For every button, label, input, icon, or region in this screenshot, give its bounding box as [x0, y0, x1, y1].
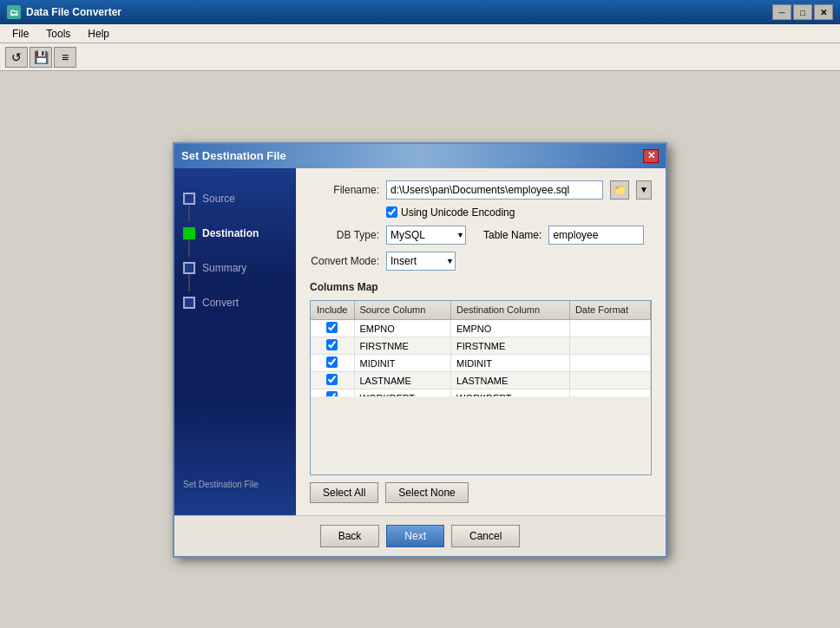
- menu-file[interactable]: File: [3, 26, 37, 42]
- convertmode-row: Convert Mode: Insert Update Replace ▼: [310, 252, 652, 271]
- table-row: MIDINIT MIDINIT: [311, 355, 651, 372]
- title-bar: 🗂 Data File Converter ─ □ ✕: [0, 0, 840, 24]
- row-date-2: [569, 355, 650, 372]
- dbtype-tablename-row: DB Type: MySQL PostgreSQL SQLite MS SQL …: [310, 226, 652, 245]
- filename-row: Filename: 📁 ▼: [310, 180, 652, 200]
- row-dest-1: FIRSTNME: [451, 337, 570, 355]
- row-date-1: [569, 337, 650, 355]
- select-buttons-row: Select All Select None: [310, 482, 652, 503]
- wizard-content: Filename: 📁 ▼ Using Unicode Encoding DB …: [296, 168, 666, 515]
- col-header-dest: Destination Column: [451, 301, 570, 320]
- col-header-include: Include: [311, 301, 354, 320]
- toolbar-save[interactable]: 💾: [30, 47, 52, 68]
- include-checkbox-0[interactable]: [326, 322, 338, 333]
- row-dest-2: MIDINIT: [451, 355, 570, 372]
- row-date-0: [569, 320, 650, 337]
- include-checkbox-1[interactable]: [326, 339, 338, 350]
- step-indicator-source: [183, 193, 195, 205]
- select-all-button[interactable]: Select All: [310, 482, 378, 503]
- menu-help[interactable]: Help: [79, 26, 118, 42]
- columns-map-header: Columns Map: [310, 281, 652, 293]
- unicode-checkbox-label[interactable]: Using Unicode Encoding: [386, 206, 515, 219]
- dbtype-select-wrapper: MySQL PostgreSQL SQLite MS SQL Oracle ▼: [386, 226, 466, 245]
- menu-bar: File Tools Help: [0, 24, 840, 43]
- row-source-4: WORKDEPT: [354, 389, 451, 396]
- current-step-label: Set Destination File: [174, 471, 296, 498]
- step-label-summary: Summary: [202, 262, 246, 274]
- row-source-2: MIDINIT: [354, 355, 451, 372]
- wizard-step-summary[interactable]: Summary: [174, 255, 296, 281]
- convertmode-select-wrapper: Insert Update Replace ▼: [386, 252, 456, 271]
- row-dest-4: WORKDEPT: [451, 389, 570, 396]
- row-dest-0: EMPNO: [451, 320, 570, 337]
- filename-input[interactable]: [386, 180, 603, 200]
- step-label-destination: Destination: [202, 227, 259, 239]
- row-include-4: [311, 389, 354, 396]
- next-button[interactable]: Next: [386, 525, 444, 547]
- back-button[interactable]: Back: [320, 525, 380, 547]
- step-label-convert: Convert: [202, 297, 239, 309]
- minimize-button[interactable]: ─: [772, 4, 791, 20]
- step-line-source: [188, 205, 190, 222]
- select-none-button[interactable]: Select None: [385, 482, 468, 503]
- wizard-step-destination[interactable]: Destination: [174, 220, 296, 246]
- table-row: LASTNAME LASTNAME: [311, 372, 651, 389]
- wizard-step-source[interactable]: Source: [174, 186, 296, 212]
- tablename-input[interactable]: [548, 226, 644, 245]
- filename-label: Filename:: [310, 184, 379, 196]
- toolbar: ↺ 💾 ≡: [0, 43, 840, 71]
- step-label-source: Source: [202, 193, 235, 205]
- include-checkbox-3[interactable]: [326, 374, 338, 385]
- col-header-date: Date Format: [569, 301, 650, 320]
- row-source-3: LASTNAME: [354, 372, 451, 389]
- table-row: FIRSTNME FIRSTNME: [311, 337, 651, 355]
- unicode-checkbox[interactable]: [386, 206, 397, 218]
- row-dest-3: LASTNAME: [451, 372, 570, 389]
- table-row: WORKDEPT WORKDEPT: [311, 389, 651, 396]
- include-checkbox-4[interactable]: [326, 391, 338, 396]
- app-title: Data File Converter: [26, 6, 772, 18]
- unicode-row: Using Unicode Encoding: [386, 206, 652, 219]
- toolbar-menu[interactable]: ≡: [54, 47, 76, 68]
- main-area: Set Destination File ✕ Source Destinatio…: [0, 71, 840, 628]
- dialog-title-bar: Set Destination File ✕: [174, 144, 666, 168]
- step-indicator-convert: [183, 297, 195, 309]
- maximize-button[interactable]: □: [793, 4, 812, 20]
- dbtype-select[interactable]: MySQL PostgreSQL SQLite MS SQL Oracle: [386, 226, 466, 245]
- row-source-1: FIRSTNME: [354, 337, 451, 355]
- step-line-summary: [188, 274, 190, 291]
- convertmode-select[interactable]: Insert Update Replace: [386, 252, 456, 271]
- row-include-3: [311, 372, 354, 389]
- close-button[interactable]: ✕: [814, 4, 833, 20]
- row-source-0: EMPNO: [354, 320, 451, 337]
- dialog-set-destination: Set Destination File ✕ Source Destinatio…: [173, 142, 667, 558]
- row-date-3: [569, 372, 650, 389]
- columns-table-scroll[interactable]: Include Source Column Destination Column…: [311, 301, 651, 396]
- step-indicator-summary: [183, 262, 195, 274]
- include-checkbox-2[interactable]: [326, 357, 338, 368]
- dbtype-label: DB Type:: [310, 229, 379, 241]
- table-row: EMPNO EMPNO: [311, 320, 651, 337]
- browse-button[interactable]: 📁: [610, 180, 629, 200]
- row-include-1: [311, 337, 354, 355]
- dialog-footer: Back Next Cancel: [174, 515, 666, 556]
- tablename-label: Table Name:: [483, 229, 541, 241]
- row-date-4: [569, 389, 650, 396]
- wizard-sidebar: Source Destination Summary: [174, 168, 296, 515]
- cancel-button[interactable]: Cancel: [451, 525, 520, 547]
- filename-dropdown-btn[interactable]: ▼: [636, 180, 652, 200]
- window-controls: ─ □ ✕: [772, 4, 833, 20]
- columns-table-wrapper: Include Source Column Destination Column…: [310, 300, 652, 475]
- step-line-destination: [188, 239, 190, 257]
- convertmode-label: Convert Mode:: [310, 255, 379, 267]
- dialog-close-button[interactable]: ✕: [643, 149, 659, 163]
- columns-table: Include Source Column Destination Column…: [311, 301, 651, 396]
- menu-tools[interactable]: Tools: [37, 26, 79, 42]
- step-indicator-destination: [183, 227, 195, 239]
- row-include-0: [311, 320, 354, 337]
- row-include-2: [311, 355, 354, 372]
- toolbar-refresh[interactable]: ↺: [5, 47, 28, 68]
- dialog-title: Set Destination File: [181, 149, 643, 162]
- col-header-source: Source Column: [354, 301, 451, 320]
- wizard-step-convert[interactable]: Convert: [174, 290, 296, 316]
